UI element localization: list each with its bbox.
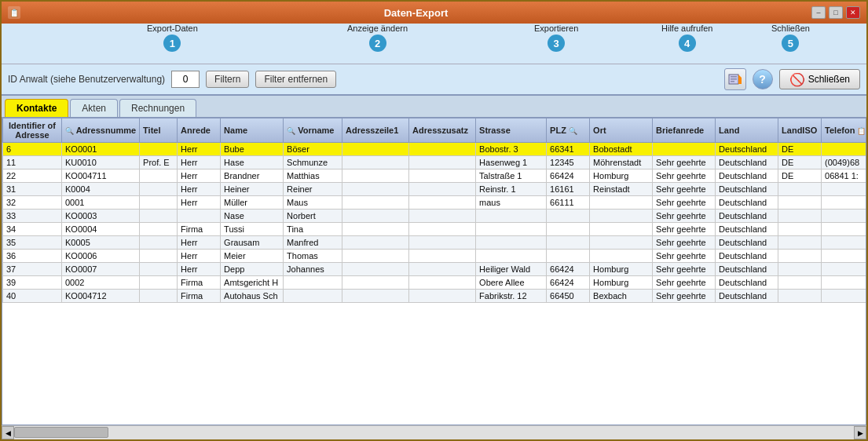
tab-rechnungen[interactable]: Rechnungen xyxy=(119,99,196,117)
table-row[interactable]: 33KO0003NaseNorbertSehr geehrteDeutschla… xyxy=(3,210,867,223)
cell-adresszeile1 xyxy=(342,183,409,196)
cell-adresszeile1 xyxy=(342,236,409,250)
table-row[interactable]: 320001HerrMüllerMausmaus66111Sehr geehrt… xyxy=(3,196,867,210)
cell-ort xyxy=(590,223,653,236)
table-row[interactable]: 34KO0004FirmaTussiTinaSehr geehrteDeutsc… xyxy=(3,223,867,236)
cell-landiso: DE xyxy=(778,143,822,156)
col-titel-label: Titel xyxy=(143,126,160,135)
cell-anrede: Herr xyxy=(178,196,221,210)
cell-adressnummer: KO004712 xyxy=(62,290,140,303)
cell-strasse: Hasenweg 1 xyxy=(476,156,547,169)
table-row[interactable]: 31K0004HerrHeinerReinerReinstr. 116161Re… xyxy=(3,183,867,196)
cell-adresszeile1 xyxy=(342,250,409,263)
maximize-button[interactable]: □ xyxy=(829,6,843,19)
cell-land: Deutschland xyxy=(716,210,778,223)
cell-titel xyxy=(140,250,178,263)
col-adressnummer: 🔍 Adressnumme xyxy=(62,118,140,143)
cell-titel xyxy=(140,183,178,196)
scrollbar-thumb[interactable] xyxy=(14,427,108,438)
cell-land: Deutschland xyxy=(716,290,778,303)
table-row[interactable]: 37KO0007HerrDeppJohannesHeiliger Wald664… xyxy=(3,263,867,276)
col-strasse-label: Strasse xyxy=(479,126,511,135)
cell-plz: 66111 xyxy=(547,196,590,210)
table-row[interactable]: 35K0005HerrGrausamManfredSehr geehrteDeu… xyxy=(3,236,867,250)
cell-plz: 12345 xyxy=(547,156,590,169)
tabs-row: Kontakte Akten Rechnungen xyxy=(2,96,866,117)
scrollbar-track[interactable] xyxy=(14,426,854,439)
cell-adresszusatz xyxy=(409,183,476,196)
cell-name: Meier xyxy=(221,250,284,263)
col-landiso-label: LandISO xyxy=(782,126,817,135)
table-row[interactable]: 390002FirmaAmtsgericht HObere Allee66424… xyxy=(3,276,867,290)
close-text-button[interactable]: 🚫 Schließen xyxy=(779,69,860,89)
cell-ort xyxy=(590,210,653,223)
cell-name: Bube xyxy=(221,143,284,156)
sort-icon-vorname[interactable]: 🔍 xyxy=(287,127,295,135)
svg-rect-3 xyxy=(731,81,734,82)
tab-kontakte[interactable]: Kontakte xyxy=(5,99,68,117)
filter-button[interactable]: Filtern xyxy=(206,71,249,88)
cell-name: Tussi xyxy=(221,223,284,236)
table-header-row: Identifier ofAdresse 🔍 Adressnumme Titel… xyxy=(3,118,867,143)
cell-adresszeile1 xyxy=(342,210,409,223)
table-container[interactable]: Identifier ofAdresse 🔍 Adressnumme Titel… xyxy=(2,117,866,425)
cell-ort: Reinstadt xyxy=(590,183,653,196)
col-identifier: Identifier ofAdresse xyxy=(3,118,62,143)
cell-briefanrede: Sehr geehrte xyxy=(653,236,716,250)
cell-adresszeile1 xyxy=(342,143,409,156)
scroll-left-button[interactable]: ◀ xyxy=(2,426,14,439)
data-table: Identifier ofAdresse 🔍 Adressnumme Titel… xyxy=(2,118,866,303)
app-icon: 📋 xyxy=(8,6,20,19)
cell-adresszusatz xyxy=(409,196,476,210)
filter-input[interactable] xyxy=(171,71,200,88)
svg-marker-4 xyxy=(738,75,742,78)
export-icon-button[interactable] xyxy=(724,68,746,90)
cell-adressnummer: K0004 xyxy=(62,183,140,196)
col-adresszeile1-label: Adresszeile1 xyxy=(346,126,398,135)
cell-identifier: 35 xyxy=(3,236,62,250)
table-row[interactable]: 22KO004711HerrBrandnerMatthiasTalstraße … xyxy=(3,169,867,183)
cell-briefanrede: Sehr geehrte xyxy=(653,223,716,236)
col-vorname-label: Vorname xyxy=(298,126,334,135)
table-row[interactable]: 36KO0006HerrMeierThomasSehr geehrteDeuts… xyxy=(3,250,867,263)
minimize-button[interactable]: – xyxy=(811,6,826,19)
cell-adresszeile1 xyxy=(342,223,409,236)
cell-adresszeile1 xyxy=(342,156,409,169)
cell-name: Müller xyxy=(221,196,284,210)
cell-strasse: Fabrikstr. 12 xyxy=(476,290,547,303)
sort-icon-plz[interactable]: 🔍 xyxy=(569,127,577,135)
badge-3: 3 xyxy=(548,35,565,52)
col-adresszusatz: Adresszusatz xyxy=(409,118,476,143)
cell-anrede: Herr xyxy=(178,263,221,276)
cell-vorname: Reiner xyxy=(284,183,342,196)
cell-adresszeile1 xyxy=(342,169,409,183)
sort-icon-adressnummer[interactable]: 🔍 xyxy=(65,127,74,135)
close-button[interactable]: ✕ xyxy=(846,6,860,19)
help-button[interactable]: ? xyxy=(753,69,773,89)
cell-land: Deutschland xyxy=(716,156,778,169)
tab-akten[interactable]: Akten xyxy=(70,99,118,117)
annotation-4: Hilfe aufrufen 4 xyxy=(661,24,712,52)
cell-briefanrede: Sehr geehrte xyxy=(653,169,716,183)
cell-anrede: Herr xyxy=(178,143,221,156)
cell-adresszusatz xyxy=(409,156,476,169)
cell-land: Deutschland xyxy=(716,276,778,290)
remove-filter-button[interactable]: Filter entfernen xyxy=(255,71,336,88)
cell-strasse xyxy=(476,236,547,250)
main-window: 📋 Daten-Export – □ ✕ Export-Daten 1 Anze… xyxy=(0,0,868,441)
cell-landiso: DE xyxy=(778,156,822,169)
col-anrede-label: Anrede xyxy=(181,126,211,135)
annotation-4-label: Hilfe aufrufen xyxy=(661,24,712,33)
cell-briefanrede: Sehr geehrte xyxy=(653,183,716,196)
cell-identifier: 36 xyxy=(3,250,62,263)
cell-telefon: 06841 1: xyxy=(822,169,866,183)
table-row[interactable]: 40KO004712FirmaAutohaus SchFabrikstr. 12… xyxy=(3,290,867,303)
annotation-1: Export-Daten 1 xyxy=(147,24,198,52)
col-titel: Titel xyxy=(140,118,178,143)
scroll-right-button[interactable]: ▶ xyxy=(854,426,866,439)
table-row[interactable]: 11KU0010Prof. EHerrHaseSchmunzeHasenweg … xyxy=(3,156,867,169)
cell-telefon xyxy=(822,290,866,303)
cell-vorname: Maus xyxy=(284,196,342,210)
cell-telefon xyxy=(822,143,866,156)
table-row[interactable]: 6KO0001HerrBubeBöserBobostr. 366341Bobos… xyxy=(3,143,867,156)
